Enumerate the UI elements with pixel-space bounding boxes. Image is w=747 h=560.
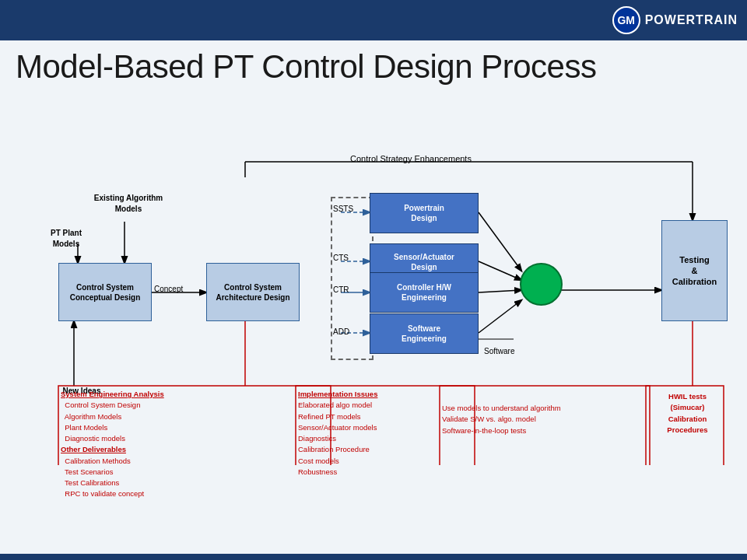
add-label: ADD bbox=[333, 327, 349, 336]
red-section-1: System Engineering Analysis Control Syst… bbox=[61, 389, 294, 500]
diagram-area: Control Strategy Enhancements Existing A… bbox=[16, 92, 731, 465]
control-system-architecture-box: Control SystemArchitecture Design bbox=[206, 263, 300, 321]
cts-label: CTS bbox=[333, 254, 349, 262]
red-section-3: Use models to understand algorithm Valid… bbox=[442, 403, 644, 436]
software-engineering-box: SoftwareEngineering bbox=[370, 313, 479, 354]
page-title: Model-Based PT Control Design Process bbox=[16, 48, 731, 86]
ssts-label: SSTS bbox=[333, 205, 353, 213]
gm-logo: GM bbox=[612, 6, 640, 34]
existing-algorithm-label: Existing Algorithm Models bbox=[86, 193, 171, 215]
testing-calibration-box: Testing&Calibration bbox=[661, 220, 728, 321]
integration-node bbox=[520, 263, 563, 306]
powertrain-design-box: PowertrainDesign bbox=[370, 193, 479, 233]
control-system-conceptual-box: Control SystemConceptual Design bbox=[58, 263, 152, 321]
cs-label: Control Strategy Enhancements bbox=[350, 154, 472, 163]
top-bar: GM POWERTRAIN bbox=[0, 0, 747, 40]
logo-area: GM POWERTRAIN bbox=[612, 6, 738, 34]
software-label: Software bbox=[484, 347, 514, 355]
svg-line-12 bbox=[479, 261, 521, 280]
ctr-label: CTR bbox=[333, 285, 349, 294]
main-content: Model-Based PT Control Design Process bbox=[0, 40, 747, 560]
pt-plant-label: PT Plant Models bbox=[39, 228, 93, 250]
bottom-bar bbox=[0, 554, 747, 560]
svg-line-14 bbox=[479, 300, 521, 333]
svg-line-13 bbox=[479, 290, 521, 292]
powertrain-logo: POWERTRAIN bbox=[645, 13, 738, 27]
red-section-4: HWIL tests(Simucar)CalibrationProcedures bbox=[651, 391, 724, 436]
svg-line-11 bbox=[479, 212, 521, 271]
controller-hw-box: Controller H/WEngineering bbox=[370, 272, 479, 313]
concept-label: Concept bbox=[154, 285, 183, 293]
